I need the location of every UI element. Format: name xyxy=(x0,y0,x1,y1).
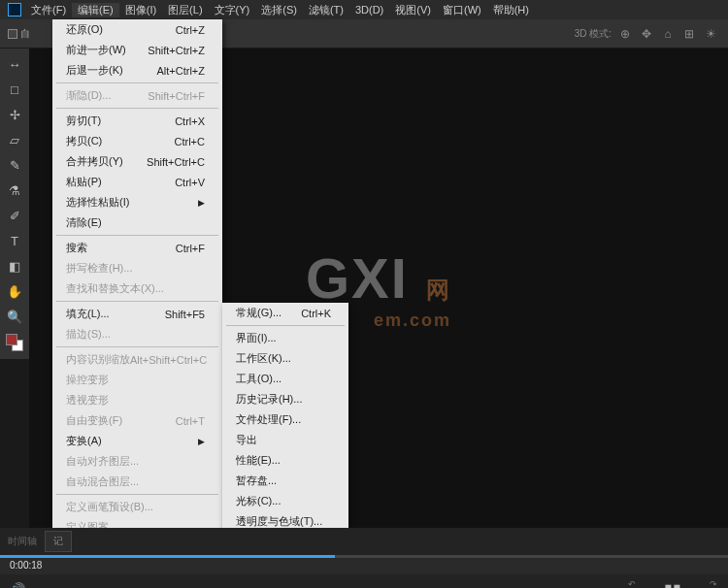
pause-icon[interactable]: ▮▮ xyxy=(664,580,681,589)
timeline-panel: 时间轴 记 xyxy=(0,528,728,555)
prefs-menu-item-label: 文件处理(F)... xyxy=(236,412,301,427)
prefs-menu-item[interactable]: 常规(G)...Ctrl+K xyxy=(222,303,348,323)
auto-label: 自 xyxy=(20,27,30,41)
edit-menu-item[interactable]: 搜索Ctrl+F xyxy=(52,238,222,258)
edit-menu-item: 操控变形 xyxy=(52,370,222,390)
prefs-menu-item[interactable]: 工作区(K)... xyxy=(222,348,348,369)
edit-menu-item-label: 内容识别缩放 xyxy=(66,352,130,367)
edit-menu-item-shortcut: Ctrl+T xyxy=(176,415,205,427)
menu-select[interactable]: 选择(S) xyxy=(255,3,303,17)
hand-tool[interactable]: ✋ xyxy=(3,279,26,303)
edit-menu-item-label: 前进一步(W) xyxy=(66,43,126,57)
marquee-tool[interactable]: □ xyxy=(3,78,26,101)
menu-view[interactable]: 视图(V) xyxy=(389,3,437,17)
pencil-tool[interactable]: ✐ xyxy=(3,204,26,227)
crop-tool[interactable]: ▱ xyxy=(3,128,26,151)
zoom-icon[interactable]: ⌂ xyxy=(660,26,676,42)
edit-menu-item[interactable]: 清除(E) xyxy=(52,212,222,233)
prefs-menu-item[interactable]: 暂存盘... xyxy=(222,471,348,491)
edit-menu-item[interactable]: 剪切(T)Ctrl+X xyxy=(52,111,222,131)
orbit-icon[interactable]: ⊕ xyxy=(617,26,633,42)
menu-type[interactable]: 文字(Y) xyxy=(209,3,256,17)
edit-menu-item[interactable]: 粘贴(P)Ctrl+V xyxy=(52,172,222,192)
mode-3d-label: 3D 模式: xyxy=(575,26,612,42)
app-logo-icon xyxy=(8,3,21,16)
video-progress[interactable]: 0:00:18 xyxy=(0,555,728,574)
prefs-menu-item[interactable]: 界面(I)... xyxy=(222,328,348,348)
auto-select-checkbox[interactable]: 自 xyxy=(8,27,30,41)
edit-menu-item-shortcut: Shift+F5 xyxy=(165,309,205,320)
prefs-menu-item-label: 常规(G)... xyxy=(236,306,281,320)
edit-dropdown: 还原(O)Ctrl+Z前进一步(W)Shift+Ctrl+Z后退一步(K)Alt… xyxy=(52,19,222,588)
prefs-menu-item-label: 历史记录(H)... xyxy=(236,392,302,407)
subtitle-icon[interactable]: ▭ xyxy=(43,582,54,589)
menu-window[interactable]: 窗口(W) xyxy=(437,3,487,17)
volume-icon[interactable]: 🔊 xyxy=(10,582,25,589)
edit-menu-item-label: 拼写检查(H)... xyxy=(66,261,132,276)
grid-icon[interactable]: ⊞ xyxy=(681,26,697,42)
menu-layer[interactable]: 图层(L) xyxy=(162,3,208,17)
zoom-tool[interactable]: 🔍 xyxy=(3,305,26,328)
edit-menu-item-shortcut: Ctrl+C xyxy=(175,136,205,147)
type-tool[interactable]: T xyxy=(3,229,26,252)
edit-menu-item-label: 变换(A) xyxy=(66,434,102,448)
skip-back-icon: ↶ xyxy=(628,579,636,588)
edit-menu-separator xyxy=(56,301,218,302)
edit-menu-item[interactable]: 前进一步(W)Shift+Ctrl+Z xyxy=(52,40,222,60)
eyedropper-tool[interactable]: ⚗ xyxy=(3,179,26,202)
prefs-menu-item[interactable]: 导出 xyxy=(222,430,348,450)
menu-image[interactable]: 图像(I) xyxy=(119,3,162,17)
progress-fill xyxy=(0,555,335,558)
timeline-label: 时间轴 xyxy=(8,535,37,548)
edit-menu-item[interactable]: 后退一步(K)Alt+Ctrl+Z xyxy=(52,60,222,81)
edit-menu-item[interactable]: 选择性粘贴(I)▶ xyxy=(52,192,222,212)
timeline-tab[interactable]: 记 xyxy=(45,531,72,552)
menu-help[interactable]: 帮助(H) xyxy=(487,3,535,17)
submenu-arrow-icon: ▶ xyxy=(198,437,205,446)
edit-menu-item-shortcut: Ctrl+V xyxy=(175,177,205,188)
edit-menu-item[interactable]: 还原(O)Ctrl+Z xyxy=(52,19,222,40)
tools-panel: ↔ □ ✢ ▱ ✎ ⚗ ✐ T ◧ ✋ 🔍 xyxy=(0,49,29,359)
edit-menu-item-label: 粘贴(P) xyxy=(66,175,102,189)
edit-menu-item-shortcut: Shift+Ctrl+Z xyxy=(148,45,205,56)
edit-menu-item-label: 剪切(T) xyxy=(66,114,101,128)
current-time: 0:00:18 xyxy=(6,560,42,571)
color-swatch[interactable] xyxy=(6,334,23,351)
edit-menu-item-label: 自动对齐图层... xyxy=(66,454,139,469)
menu-edit[interactable]: 编辑(E) xyxy=(72,3,119,17)
shape-tool[interactable]: ◧ xyxy=(3,254,26,278)
prefs-menu-item[interactable]: 光标(C)... xyxy=(222,491,348,511)
prefs-menu-item[interactable]: 性能(E)... xyxy=(222,450,348,471)
edit-menu-separator xyxy=(56,494,218,495)
edit-menu-item-label: 拷贝(C) xyxy=(66,134,102,148)
brush-tool[interactable]: ✎ xyxy=(3,153,26,177)
edit-menu-item[interactable]: 拷贝(C)Ctrl+C xyxy=(52,131,222,151)
edit-menu-separator xyxy=(56,82,218,83)
edit-menu-item-shortcut: Alt+Shift+Ctrl+C xyxy=(130,354,207,366)
edit-menu-item-shortcut: Ctrl+F xyxy=(176,243,205,254)
move-tool[interactable]: ↔ xyxy=(3,52,26,76)
skip-fwd-button[interactable]: ↷ 30 xyxy=(709,579,718,588)
edit-menu-item-label: 合并拷贝(Y) xyxy=(66,154,123,169)
prefs-menu-item-label: 界面(I)... xyxy=(236,331,277,345)
submenu-arrow-icon: ▶ xyxy=(198,198,205,208)
edit-menu-item[interactable]: 合并拷贝(Y)Shift+Ctrl+C xyxy=(52,151,222,172)
edit-menu-item[interactable]: 填充(L)...Shift+F5 xyxy=(52,304,222,324)
edit-menu-item-label: 填充(L)... xyxy=(66,307,110,321)
edit-menu-item: 拼写检查(H)... xyxy=(52,258,222,278)
pan-icon[interactable]: ✥ xyxy=(639,26,654,42)
light-icon[interactable]: ☀ xyxy=(703,26,718,42)
menu-file[interactable]: 文件(F) xyxy=(25,3,72,17)
edit-menu-item[interactable]: 变换(A)▶ xyxy=(52,431,222,451)
edit-menu-item: 查找和替换文本(X)... xyxy=(52,278,222,299)
edit-menu-item-shortcut: Shift+Ctrl+C xyxy=(147,156,205,168)
prefs-menu-item[interactable]: 工具(O)... xyxy=(222,369,348,389)
skip-back-button[interactable]: ↶ 15 xyxy=(627,579,637,588)
prefs-menu-item[interactable]: 文件处理(F)... xyxy=(222,409,348,430)
menu-3d[interactable]: 3D(D) xyxy=(349,4,389,16)
edit-menu-item-label: 描边(S)... xyxy=(66,327,111,342)
prefs-menu-item[interactable]: 历史记录(H)... xyxy=(222,389,348,409)
lasso-tool[interactable]: ✢ xyxy=(3,103,26,126)
checkbox-icon xyxy=(8,29,17,39)
menu-filter[interactable]: 滤镜(T) xyxy=(303,3,349,17)
